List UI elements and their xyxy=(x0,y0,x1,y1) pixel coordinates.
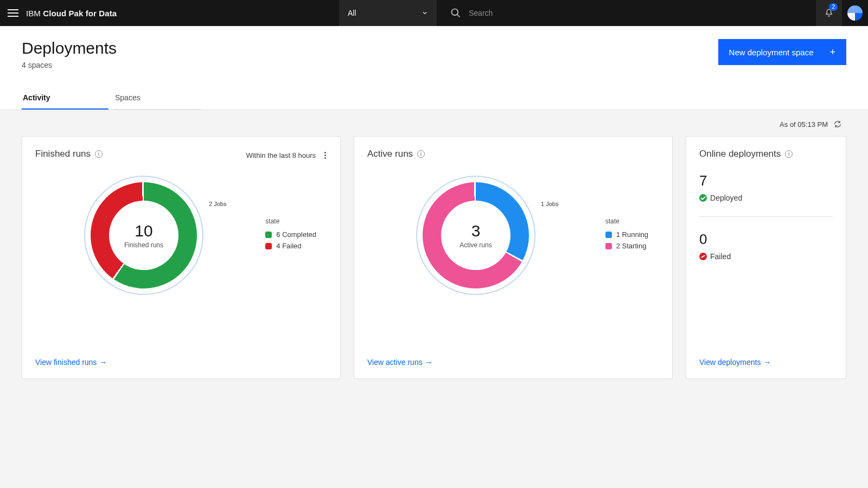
tabs: Activity Spaces xyxy=(22,87,846,110)
online-deployments-title: Online deployments xyxy=(699,149,781,159)
info-icon[interactable]: i xyxy=(417,150,425,158)
search-icon xyxy=(450,8,461,18)
legend-failed: 4 Failed xyxy=(276,242,301,250)
active-runs-title: Active runs xyxy=(367,149,413,159)
global-header: IBM Cloud Pak for Data All Search 2 xyxy=(0,0,868,26)
arrow-right-icon: → xyxy=(99,357,107,367)
legend-header: state xyxy=(605,217,648,225)
plus-icon: + xyxy=(829,47,835,58)
chevron-down-icon xyxy=(422,10,428,16)
divider xyxy=(699,216,833,217)
online-deployments-card: Online deployments i 7 Deployed 0 Failed… xyxy=(686,136,846,379)
arrow-right-icon: → xyxy=(425,357,433,367)
search-placeholder: Search xyxy=(469,9,493,17)
page-body: As of 05:13 PM Finished runs i Within th… xyxy=(0,110,868,389)
brand-light: IBM xyxy=(26,9,41,18)
finished-runs-donut-chart: 10 Finished runs xyxy=(84,176,203,295)
failed-count: 0 xyxy=(699,231,833,248)
active-runs-card: Active runs i 3 Active runs 1 Jobs state… xyxy=(354,136,673,379)
legend-starting: 2 Starting xyxy=(616,242,647,250)
finished-runs-title: Finished runs xyxy=(35,149,91,159)
deployed-label: Deployed xyxy=(710,194,742,202)
active-runs-label: Active runs xyxy=(459,241,492,249)
product-brand: IBM Cloud Pak for Data xyxy=(26,9,117,18)
notification-badge: 2 xyxy=(829,3,838,11)
info-icon[interactable]: i xyxy=(785,150,793,158)
arrow-right-icon: → xyxy=(763,357,771,367)
overflow-menu-icon[interactable] xyxy=(322,150,328,161)
scope-label: All xyxy=(348,9,356,17)
new-deployment-space-button[interactable]: New deployment space + xyxy=(718,39,846,65)
menu-icon[interactable] xyxy=(0,0,26,26)
legend-header: state xyxy=(265,217,316,225)
active-runs-legend: state 1 Running 2 Starting xyxy=(605,217,648,253)
global-search[interactable]: Search xyxy=(450,0,493,26)
info-icon[interactable]: i xyxy=(95,150,103,158)
active-runs-callout: 1 Jobs xyxy=(541,201,558,207)
new-button-label: New deployment space xyxy=(729,48,814,57)
active-runs-donut-chart: 3 Active runs xyxy=(416,176,535,295)
finished-runs-value: 10 xyxy=(135,222,152,240)
legend-completed: 6 Completed xyxy=(276,230,316,239)
finished-runs-callout: 2 Jobs xyxy=(209,201,226,207)
legend-running: 1 Running xyxy=(616,230,648,239)
page-header: Deployments 4 spaces New deployment spac… xyxy=(0,26,868,110)
tab-activity[interactable]: Activity xyxy=(22,87,108,110)
view-deployments-link[interactable]: View deployments→ xyxy=(699,357,771,367)
check-circle-icon xyxy=(699,194,707,202)
finished-runs-filter: Within the last 8 hours xyxy=(246,151,316,159)
scope-dropdown[interactable]: All xyxy=(339,0,437,26)
view-finished-runs-link[interactable]: View finished runs→ xyxy=(35,357,107,367)
as-of-timestamp: As of 05:13 PM xyxy=(780,120,828,129)
deployed-count: 7 xyxy=(699,172,833,189)
brand-bold: Cloud Pak for Data xyxy=(43,9,117,18)
svg-point-0 xyxy=(452,9,458,16)
refresh-icon[interactable] xyxy=(833,120,842,129)
tab-spaces[interactable]: Spaces xyxy=(114,87,201,110)
user-avatar[interactable] xyxy=(842,0,868,26)
finished-runs-label: Finished runs xyxy=(124,241,163,249)
finished-runs-card: Finished runs i Within the last 8 hours … xyxy=(22,136,341,379)
error-circle-icon xyxy=(699,253,707,260)
notifications-button[interactable]: 2 xyxy=(816,0,842,26)
svg-line-1 xyxy=(457,15,460,17)
view-active-runs-link[interactable]: View active runs→ xyxy=(367,357,433,367)
finished-runs-legend: state 6 Completed 4 Failed xyxy=(265,217,316,253)
failed-label: Failed xyxy=(710,252,731,261)
active-runs-value: 3 xyxy=(471,222,481,240)
